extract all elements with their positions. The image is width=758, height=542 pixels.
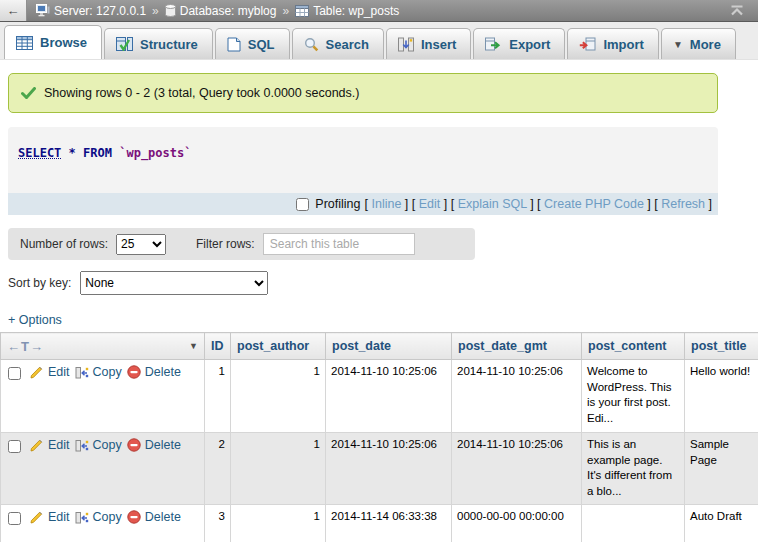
filter-rows-input[interactable]: [263, 233, 415, 255]
cell-post_date_gmt: 0000-00-00 00:00:00: [452, 505, 582, 542]
row-delete-link[interactable]: Delete: [127, 437, 181, 454]
copy-icon: [75, 439, 89, 452]
row-edit-link[interactable]: Edit: [30, 509, 70, 526]
query-link-edit[interactable]: Edit: [419, 197, 441, 211]
tab-label: Import: [603, 37, 643, 52]
row-select-checkbox[interactable]: [8, 367, 21, 380]
sort-by-key-select[interactable]: None: [80, 271, 268, 295]
copy-link-label: Copy: [93, 437, 122, 454]
column-header-post_date[interactable]: post_date: [326, 333, 452, 360]
edit-link-label: Edit: [48, 509, 70, 526]
tab-insert[interactable]: Insert: [386, 28, 471, 59]
cell-id: 3: [205, 505, 231, 542]
tab-sql[interactable]: SQL: [215, 28, 290, 59]
sql-query-text: SELECT * FROM `wp_posts`: [18, 146, 191, 160]
edit-link-label: Edit: [48, 364, 70, 381]
options-toggle-link[interactable]: + Options: [8, 313, 62, 327]
tab-browse[interactable]: Browse: [4, 25, 102, 59]
column-header-post_author[interactable]: post_author: [231, 333, 326, 360]
cell-post_title: Sample Page: [685, 433, 758, 505]
num-rows-label: Number of rows:: [20, 237, 108, 251]
row-copy-link[interactable]: Copy: [75, 437, 122, 454]
cell-post_date: 2014-11-14 06:33:38: [326, 505, 452, 542]
more-caret: ▼: [673, 39, 683, 50]
pencil-icon: [30, 366, 44, 379]
cell-post_date: 2014-11-10 10:25:06: [326, 360, 452, 433]
edit-link-label: Edit: [48, 437, 70, 454]
phpmyadmin-window: ← Server: 127.0.0.1»Database: myblog»Tab…: [0, 0, 758, 542]
breadcrumb: Server: 127.0.0.1»Database: myblog»Table…: [27, 0, 716, 21]
rows-control-bar: Number of rows: 25 Filter rows:: [8, 228, 475, 260]
cell-post_title: Hello world!: [685, 360, 758, 433]
cell-post_author: 1: [231, 433, 326, 505]
database-icon: [165, 4, 176, 17]
sort-by-key-label: Sort by key:: [8, 276, 71, 290]
nav-panel-collapse-button[interactable]: ←: [0, 0, 27, 21]
sql-query-box: SELECT * FROM `wp_posts`: [8, 127, 718, 193]
breadcrumb-segment[interactable]: Database: myblog: [165, 4, 277, 18]
cell-post_author: 1: [231, 505, 326, 542]
tab-export[interactable]: Export: [473, 28, 565, 59]
tab-label: Export: [509, 37, 550, 52]
cell-post_content: [582, 505, 685, 542]
profiling-label: Profiling: [315, 197, 360, 211]
column-header-post_content[interactable]: post_content: [582, 333, 685, 360]
column-header-post_title[interactable]: post_title: [685, 333, 758, 360]
breadcrumb-segment-label: Server: 127.0.0.1: [54, 4, 146, 18]
table-row: EditCopyDelete112014-11-10 10:25:062014-…: [1, 360, 758, 433]
row-select-checkbox[interactable]: [8, 440, 21, 453]
row-delete-link[interactable]: Delete: [127, 364, 181, 381]
breadcrumb-segment[interactable]: Table: wp_posts: [295, 4, 399, 18]
success-message-text: Showing rows 0 - 2 (3 total, Query took …: [44, 86, 359, 100]
tab-label: SQL: [248, 37, 275, 52]
tab-structure[interactable]: Structure: [104, 28, 213, 59]
breadcrumb-bar: ← Server: 127.0.0.1»Database: myblog»Tab…: [0, 0, 758, 22]
copy-icon: [75, 366, 89, 379]
tab-bar: BrowseStructureSQLSearchInsertExportImpo…: [0, 22, 758, 60]
delete-icon: [127, 510, 141, 524]
tab-search[interactable]: Search: [292, 28, 384, 59]
query-link-inline[interactable]: Inline: [371, 197, 401, 211]
row-copy-link[interactable]: Copy: [75, 364, 122, 381]
num-rows-select[interactable]: 25: [116, 234, 166, 255]
breadcrumb-segment-label: Database: myblog: [180, 4, 277, 18]
column-nav-control[interactable]: ←T→: [7, 339, 44, 354]
row-delete-link[interactable]: Delete: [127, 509, 181, 526]
breadcrumb-segment[interactable]: Server: 127.0.0.1: [36, 4, 146, 18]
structure-icon: [116, 37, 133, 51]
tab-label: More: [690, 37, 721, 52]
cell-post_content: Welcome to WordPress. This is your first…: [582, 360, 685, 433]
table-row: EditCopyDelete312014-11-14 06:33:380000-…: [1, 505, 758, 542]
row-select-checkbox[interactable]: [8, 512, 21, 525]
row-copy-link[interactable]: Copy: [75, 509, 122, 526]
tab-import[interactable]: Import: [567, 28, 658, 59]
actions-dropdown-caret[interactable]: ▼: [189, 341, 198, 351]
server-icon: [36, 4, 50, 17]
sql-keyword-from: FROM: [83, 146, 112, 160]
collapse-top-icon[interactable]: [716, 0, 758, 21]
tab-label: Structure: [140, 37, 198, 52]
tab-more[interactable]: ▼More: [661, 28, 736, 59]
row-edit-link[interactable]: Edit: [30, 437, 70, 454]
delete-link-label: Delete: [145, 364, 181, 381]
cell-post_author: 1: [231, 360, 326, 433]
query-toolbar-links: [ Inline ] [ Edit ] [ Explain SQL ] [ Cr…: [365, 197, 712, 211]
column-header-id[interactable]: ID: [205, 333, 231, 360]
export-icon: [485, 37, 502, 51]
search-icon: [304, 37, 319, 52]
query-link-explain-sql[interactable]: Explain SQL: [458, 197, 527, 211]
copy-icon: [75, 511, 89, 524]
row-edit-link[interactable]: Edit: [30, 364, 70, 381]
cell-post_title: Auto Draft: [685, 505, 758, 542]
row-actions-cell: EditCopyDelete: [1, 360, 205, 433]
query-link-refresh[interactable]: Refresh: [661, 197, 705, 211]
column-header-post_date_gmt[interactable]: post_date_gmt: [452, 333, 582, 360]
pencil-icon: [30, 439, 44, 452]
query-link-create-php-code[interactable]: Create PHP Code: [544, 197, 644, 211]
profiling-checkbox[interactable]: [296, 198, 309, 211]
cell-post_content: This is an example page. It's different …: [582, 433, 685, 505]
success-check-icon: [21, 87, 36, 99]
cell-post_date: 2014-11-10 10:25:06: [326, 433, 452, 505]
cell-id: 2: [205, 433, 231, 505]
delete-link-label: Delete: [145, 509, 181, 526]
